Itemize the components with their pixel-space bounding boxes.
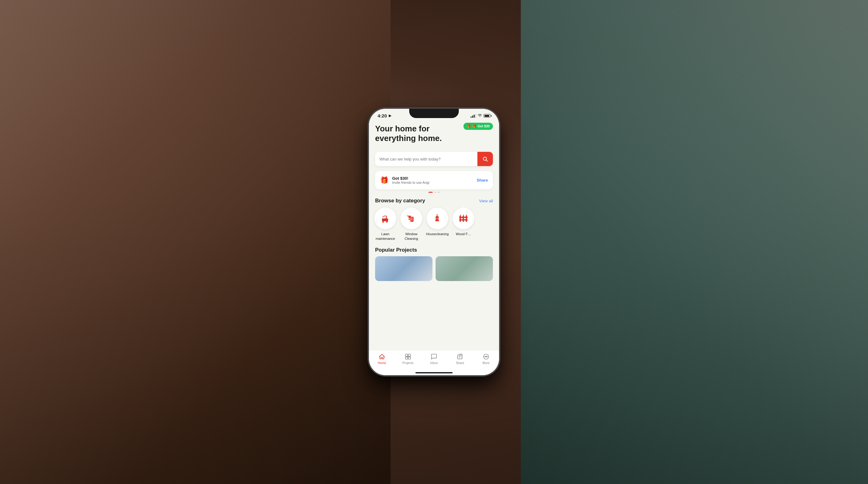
svg-point-4 [386, 221, 388, 223]
bottom-nav: Home Projects [369, 350, 499, 371]
browse-title: Browse by category [375, 198, 425, 204]
phone-notch [409, 109, 459, 118]
category-lawn[interactable]: Lawnmaintenance [374, 207, 397, 241]
svg-point-36 [485, 356, 486, 357]
housecleaning-label: Housecleaning [426, 232, 449, 236]
projects-row [375, 256, 493, 281]
popular-projects-section: Popular Projects [369, 245, 499, 285]
categories-row[interactable]: Lawnmaintenance [369, 206, 499, 245]
svg-line-1 [486, 160, 487, 161]
svg-rect-29 [408, 354, 410, 356]
category-house[interactable]: Housecleaning [426, 207, 449, 241]
home-indicator-area [369, 371, 499, 375]
nav-projects[interactable]: Projects [399, 353, 417, 365]
svg-marker-26 [463, 215, 464, 216]
search-bar[interactable] [375, 152, 493, 166]
promo-subtitle: Invite friends to use Angi [392, 181, 473, 184]
svg-rect-8 [409, 216, 411, 219]
search-input[interactable] [375, 153, 477, 166]
svg-marker-25 [460, 215, 461, 216]
carousel-dots [369, 192, 499, 193]
inbox-nav-label: Inbox [430, 361, 438, 365]
category-window[interactable]: WindowCleaning [400, 207, 423, 241]
projects-nav-label: Projects [402, 361, 413, 365]
category-house-circle [427, 207, 448, 229]
svg-point-3 [382, 221, 384, 223]
more-icon [483, 353, 490, 360]
projects-icon [405, 353, 411, 360]
svg-rect-23 [459, 217, 468, 218]
svg-rect-21 [463, 216, 464, 222]
category-wood-circle [453, 207, 474, 229]
svg-rect-32 [458, 355, 462, 359]
view-all-button[interactable]: View all [479, 199, 493, 203]
home-nav-label: Home [378, 361, 386, 365]
battery-icon [484, 114, 490, 118]
lawn-label: Lawnmaintenance [376, 232, 395, 241]
project-card-2[interactable] [436, 256, 493, 281]
svg-rect-28 [405, 354, 408, 356]
phone-screen: 4:20 ▶ [369, 109, 499, 375]
svg-rect-22 [466, 216, 467, 222]
promo-title: Got $30! [392, 176, 473, 181]
promo-badge-label: 🎁 Get $30 [472, 124, 490, 128]
home-indicator [415, 372, 453, 374]
svg-rect-24 [459, 219, 468, 221]
wifi-icon [478, 114, 482, 118]
share-icon-wrap [456, 353, 464, 360]
signal-icon [471, 114, 476, 118]
more-nav-label: More [483, 361, 490, 365]
dot-1 [428, 192, 433, 193]
home-icon [378, 353, 385, 360]
location-arrow-icon: ▶ [389, 114, 391, 118]
svg-rect-17 [435, 220, 439, 222]
wood-icon [458, 213, 469, 224]
browse-section-header: Browse by category View all [369, 194, 499, 206]
svg-rect-6 [382, 219, 388, 220]
svg-rect-20 [459, 216, 461, 222]
nav-home[interactable]: Home [373, 353, 391, 365]
status-time: 4:20 ▶ [378, 113, 391, 118]
search-button[interactable] [477, 152, 493, 166]
svg-marker-27 [466, 215, 467, 216]
svg-rect-12 [410, 218, 413, 221]
projects-icon-wrap [404, 353, 412, 360]
svg-point-38 [487, 356, 487, 357]
svg-point-16 [436, 215, 438, 216]
window-cleaning-icon [406, 213, 417, 224]
window-label: WindowCleaning [405, 232, 418, 241]
wood-label: Wood F… [456, 232, 471, 236]
nav-more[interactable]: More [477, 353, 495, 365]
dot-3 [438, 192, 440, 193]
app-content[interactable]: 🎁 🎁 Get $30 Your home for everything hom… [369, 120, 499, 350]
category-lawn-circle [374, 207, 396, 229]
promo-banner[interactable]: 🎁 Got $30! Invite friends to use Angi Sh… [375, 171, 493, 189]
promo-badge[interactable]: 🎁 🎁 Get $30 [463, 123, 493, 130]
inbox-icon [431, 353, 437, 360]
svg-rect-31 [408, 357, 410, 359]
promo-text: Got $30! Invite friends to use Angi [392, 176, 473, 184]
housecleaning-icon [432, 213, 443, 224]
svg-rect-9 [409, 219, 410, 220]
more-icon-wrap [482, 353, 490, 360]
promo-share-button[interactable]: Share [477, 178, 488, 183]
svg-point-37 [486, 356, 486, 357]
nav-inbox[interactable]: Inbox [425, 353, 443, 365]
project-card-1[interactable] [375, 256, 432, 281]
svg-rect-30 [405, 357, 408, 359]
nav-share[interactable]: Share [451, 353, 469, 365]
status-icons [471, 114, 490, 118]
time-display: 4:20 [378, 113, 387, 118]
share-icon [457, 353, 463, 360]
category-wood[interactable]: Wood F… [452, 207, 475, 241]
app-header: 🎁 🎁 Get $30 Your home for everything hom… [369, 120, 499, 148]
category-window-circle [401, 207, 422, 229]
dot-2 [434, 192, 436, 193]
phone-frame: 4:20 ▶ [369, 109, 499, 375]
share-nav-label: Share [456, 361, 464, 365]
phone-scene: 4:20 ▶ [0, 0, 868, 484]
inbox-icon-wrap [430, 353, 438, 360]
gift-badge-icon: 🎁 [467, 124, 471, 128]
promo-gift-icon: 🎁 [380, 176, 389, 184]
home-icon-wrap [378, 353, 386, 360]
